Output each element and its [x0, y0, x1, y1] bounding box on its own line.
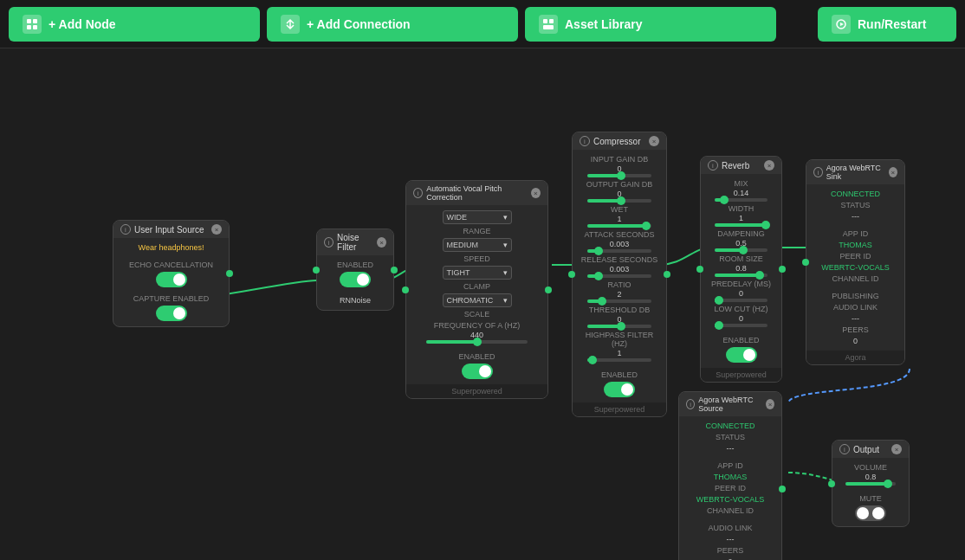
echo-cancel-toggle[interactable]	[156, 272, 187, 287]
noise-filter-info-icon[interactable]: i	[324, 237, 334, 248]
reverb-title: Reverb	[722, 161, 749, 171]
noise-filter-close-icon[interactable]: ×	[377, 237, 386, 248]
wet-label: WET	[611, 205, 628, 214]
echo-cancel-label: ECHO CANCELLATION	[129, 261, 213, 269]
vocal-pitch-node: i Automatic Vocal Pitch Correction × WID…	[405, 180, 548, 399]
user-input-close-icon[interactable]: ×	[211, 224, 222, 235]
reverb-info-icon[interactable]: i	[708, 160, 718, 171]
freq-slider[interactable]	[426, 340, 528, 344]
lowcut-slider[interactable]	[715, 324, 768, 327]
attack-label: ATTACK SECONDS	[584, 230, 654, 239]
agora-source-appid-label: APP ID	[717, 461, 742, 470]
compressor-node: i Compressor × INPUT GAIN DB 0 OUTPUT GA…	[572, 132, 667, 417]
vocal-pitch-header: i Automatic Vocal Pitch Correction ×	[406, 181, 547, 205]
lowcut-label: LOW CUT (HZ)	[715, 305, 768, 313]
agora-sink-info-icon[interactable]: i	[813, 167, 823, 177]
release-label: RELEASE SECONDS	[581, 255, 658, 264]
reverb-close-icon[interactable]: ×	[764, 160, 774, 171]
speed-label: SPEED	[463, 254, 490, 263]
mute-toggle[interactable]	[855, 505, 886, 521]
add-node-button[interactable]: + Add Node	[9, 7, 260, 42]
vocal-pitch-footer: Superpowered	[406, 384, 547, 398]
agora-sink-input-port[interactable]	[802, 259, 809, 266]
vocal-pitch-input-port[interactable]	[402, 286, 409, 293]
agora-sink-footer: Agora	[806, 351, 904, 364]
attack-slider[interactable]	[587, 249, 651, 253]
wet-slider[interactable]	[587, 224, 651, 228]
asset-library-button[interactable]: Asset Library	[525, 7, 776, 42]
output-info-icon[interactable]: i	[839, 444, 850, 454]
reverb-input-port[interactable]	[696, 266, 703, 273]
threshold-slider[interactable]	[587, 325, 651, 328]
agora-sink-channelid-value: WEBRTC-VOCALS	[821, 263, 889, 272]
output-input-port[interactable]	[828, 480, 835, 487]
agora-source-status-value: ---	[727, 444, 735, 453]
noise-filter-output-port[interactable]	[391, 267, 398, 274]
volume-slider[interactable]	[845, 482, 896, 486]
input-gain-label: INPUT GAIN DB	[591, 155, 648, 164]
agora-source-info-icon[interactable]: i	[686, 399, 695, 409]
room-slider[interactable]	[715, 274, 768, 277]
vocal-pitch-title: Automatic Vocal Pitch Correction	[426, 184, 531, 202]
range-label: RANGE	[463, 227, 490, 235]
release-slider[interactable]	[587, 274, 651, 278]
compressor-close-icon[interactable]: ×	[649, 136, 659, 146]
medium-dropdown[interactable]: MEDIUM ▾	[443, 238, 512, 252]
width-label: WIDTH	[729, 204, 755, 213]
highpass-label: HIGHPASS FILTER (HZ)	[580, 331, 659, 348]
agora-source-connected: CONNECTED	[705, 422, 755, 430]
capture-enabled-label: CAPTURE ENABLED	[133, 294, 210, 303]
comp-enabled-toggle[interactable]	[604, 382, 635, 397]
release-value: 0.003	[610, 265, 630, 274]
agora-sink-header: i Agora WebRTC Sink ×	[806, 160, 904, 184]
tight-dropdown[interactable]: TIGHT ▾	[443, 266, 512, 280]
input-gain-slider[interactable]	[587, 174, 651, 177]
agora-sink-close-icon[interactable]: ×	[889, 167, 897, 177]
compressor-output-port[interactable]	[664, 271, 670, 278]
mix-slider[interactable]	[715, 198, 768, 202]
user-input-body: Wear headphones! ECHO CANCELLATION CAPTU…	[113, 238, 229, 326]
vp-enabled-toggle[interactable]	[462, 364, 493, 379]
run-restart-button[interactable]: Run/Restart	[818, 7, 956, 42]
compressor-input-port[interactable]	[568, 271, 575, 278]
width-slider[interactable]	[715, 223, 768, 227]
vocal-pitch-output-port[interactable]	[545, 286, 552, 293]
chromatic-dropdown[interactable]: CHROMATIC ▾	[443, 293, 512, 307]
ratio-slider[interactable]	[587, 299, 651, 303]
capture-enabled-toggle[interactable]	[156, 306, 187, 321]
volume-value: 0.8	[865, 473, 877, 481]
add-connection-button[interactable]: + Add Connection	[267, 7, 518, 42]
agora-sink-peerid-label: PEER ID	[839, 252, 871, 261]
agora-source-header: i Agora WebRTC Source ×	[679, 392, 781, 416]
output-gain-slider[interactable]	[587, 199, 651, 203]
highpass-slider[interactable]	[587, 358, 651, 362]
predelay-slider[interactable]	[715, 299, 768, 302]
agora-source-title: Agora WebRTC Source	[698, 396, 766, 413]
agora-source-peers-label: PEERS	[717, 546, 744, 555]
output-close-icon[interactable]: ×	[891, 444, 902, 454]
agora-sink-peers-label: PEERS	[842, 325, 869, 334]
agora-sink-audiolink-label: AUDIO LINK	[833, 303, 878, 312]
reverb-header: i Reverb ×	[701, 157, 781, 174]
agora-source-audiolink-label: AUDIO LINK	[708, 524, 752, 532]
agora-sink-channelid-label: CHANNEL ID	[832, 274, 878, 283]
vocal-pitch-info-icon[interactable]: i	[413, 188, 423, 198]
agora-source-status-label: STATUS	[716, 433, 745, 441]
damp-slider[interactable]	[715, 248, 768, 252]
add-node-label: + Add Node	[49, 17, 116, 31]
vocal-pitch-close-icon[interactable]: ×	[531, 188, 541, 198]
agora-sink-appid-label: APP ID	[843, 229, 868, 238]
compressor-info-icon[interactable]: i	[580, 136, 590, 146]
wide-dropdown[interactable]: WIDE ▾	[443, 210, 512, 224]
reverb-lib: Superpowered	[716, 370, 767, 379]
reverb-output-port[interactable]	[779, 266, 786, 273]
noise-filter-input-port[interactable]	[313, 267, 320, 274]
agora-source-output-port[interactable]	[779, 486, 786, 492]
user-input-info-icon[interactable]: i	[120, 224, 131, 235]
noise-filter-toggle[interactable]	[340, 272, 371, 287]
threshold-label: THRESHOLD DB	[589, 306, 651, 314]
reverb-enabled-toggle[interactable]	[726, 347, 757, 363]
user-input-output-port[interactable]	[226, 270, 233, 277]
agora-sink-status-value: ---	[852, 212, 859, 221]
agora-source-close-icon[interactable]: ×	[766, 399, 774, 409]
